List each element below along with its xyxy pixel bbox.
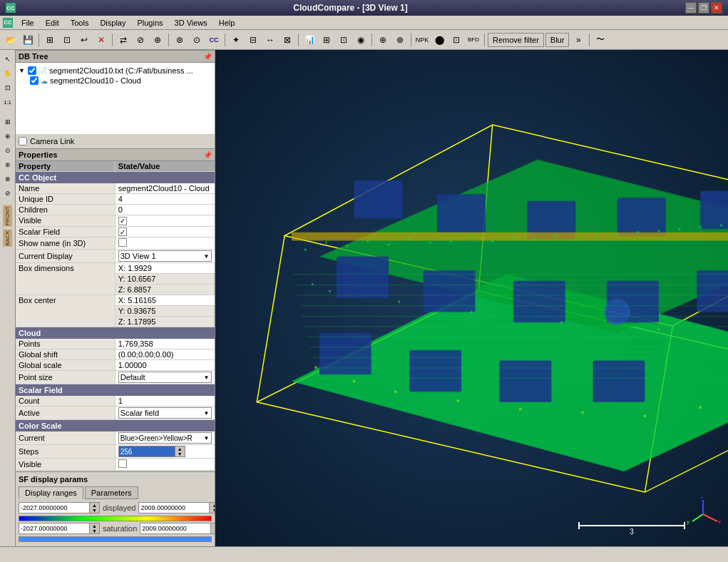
sf-tab-display-ranges[interactable]: Display ranges xyxy=(19,486,83,499)
minimize-button[interactable]: ─ xyxy=(685,2,697,14)
menu-file[interactable]: File xyxy=(16,17,40,29)
tb-btn-22[interactable]: ⊗ xyxy=(392,32,408,48)
point-size-dropdown[interactable]: Default ▼ xyxy=(118,372,212,383)
menu-3dviews[interactable]: 3D Views xyxy=(169,17,213,29)
scalar-field-checkbox[interactable] xyxy=(118,228,127,236)
db-tree-content[interactable]: ▼ 📄 segment2Cloud10.txt (C:/Fati/busines… xyxy=(16,63,215,134)
chevron-down-icon: ▼ xyxy=(204,253,210,260)
left-btn-8[interactable]: ⊗ xyxy=(1,173,14,185)
tb-save-btn[interactable]: 💾 xyxy=(20,32,36,48)
tb-btn-delete[interactable]: ✕ xyxy=(93,32,109,48)
menu-plugins[interactable]: Plugins xyxy=(131,17,168,29)
color-scale-dropdown[interactable]: Blue>Green>Yellow>R ▼ xyxy=(118,432,212,444)
sf-min1-up[interactable]: ▲ xyxy=(90,503,99,508)
prop-global-scale: Global scale 1.00000 xyxy=(16,360,215,371)
tb-btn-7[interactable]: ⇄ xyxy=(116,32,131,48)
parent-checkbox[interactable] xyxy=(28,66,36,75)
sf-max1-down[interactable]: ▼ xyxy=(210,508,215,513)
steps-spinbox[interactable]: ▲ ▼ xyxy=(118,446,212,457)
tb-btn-8[interactable]: ⊘ xyxy=(133,32,148,48)
tb-btn-9[interactable]: ⊕ xyxy=(150,32,165,48)
tb-btn-10[interactable]: ⊛ xyxy=(172,32,188,48)
tb-open-btn[interactable]: 📂 xyxy=(3,32,19,48)
camera-link-checkbox[interactable] xyxy=(19,137,27,145)
left-btn-3[interactable]: ⊡ xyxy=(1,81,14,94)
left-btn-9[interactable]: ⊘ xyxy=(1,187,14,200)
left-btn-4[interactable]: ⊞ xyxy=(1,116,14,128)
sf-max2-input[interactable] xyxy=(140,523,211,534)
sf-min2-up[interactable]: ▲ xyxy=(90,523,99,528)
sf-min2-arrows[interactable]: ▲ ▼ xyxy=(90,523,100,534)
steps-input[interactable] xyxy=(118,446,175,457)
tb-btn-more[interactable]: » xyxy=(570,32,586,48)
left-btn-ratio[interactable]: 1:1 xyxy=(1,96,14,108)
blur-btn[interactable]: Blur xyxy=(545,33,570,47)
left-btn-2[interactable]: ✋ xyxy=(1,67,14,80)
current-display-dropdown[interactable]: 3D View 1 ▼ xyxy=(118,250,212,262)
tb-btn-5[interactable]: ↩ xyxy=(76,32,92,48)
sf-max2-arrows[interactable]: ▲ ▼ xyxy=(211,523,215,534)
sf-max2-down[interactable]: ▼ xyxy=(211,528,215,533)
tb-btn-15[interactable]: ↔ xyxy=(262,32,278,48)
left-btn-1[interactable]: ↖ xyxy=(1,53,14,66)
tb-btn-21[interactable]: ⊕ xyxy=(375,32,391,48)
tree-child-item[interactable]: ☁ segment2Cloud10 - Cloud xyxy=(30,76,212,86)
tb-btn-13[interactable]: ✦ xyxy=(228,32,244,48)
tb-btn-17[interactable]: 📊 xyxy=(302,32,317,48)
tb-btn-18[interactable]: ⊞ xyxy=(319,32,334,48)
cs-visible-checkbox[interactable] xyxy=(118,459,127,468)
child-checkbox[interactable] xyxy=(30,76,39,85)
3d-viewport[interactable]: 3 x y z xyxy=(215,50,728,546)
sf-max1-input[interactable] xyxy=(138,502,210,514)
sf-min1-arrows[interactable]: ▲ ▼ xyxy=(90,502,100,514)
sf-max2-up[interactable]: ▲ xyxy=(211,523,215,528)
sf-active-dropdown[interactable]: Scalar field ▼ xyxy=(118,407,212,419)
tb-btn-25[interactable]: ⊡ xyxy=(448,32,464,48)
sf-min2-input[interactable] xyxy=(19,523,90,534)
menu-tools[interactable]: Tools xyxy=(65,17,95,29)
properties-content[interactable]: Property State/Value CC Object Name segm… xyxy=(16,161,215,471)
steps-arrows[interactable]: ▲ ▼ xyxy=(175,446,185,457)
tb-btn-19[interactable]: ⊡ xyxy=(336,32,352,48)
steps-up[interactable]: ▲ xyxy=(175,446,185,451)
tb-btn-3[interactable]: ⊞ xyxy=(42,32,58,48)
sf-tab-parameters[interactable]: Parameters xyxy=(85,486,138,499)
sf-min1-down[interactable]: ▼ xyxy=(90,508,99,513)
menu-edit[interactable]: Edit xyxy=(40,17,65,29)
left-btn-6[interactable]: ⊙ xyxy=(1,144,14,157)
expand-icon[interactable]: ▼ xyxy=(19,67,26,74)
sf-min2-down[interactable]: ▼ xyxy=(90,528,99,533)
sf-max1-up[interactable]: ▲ xyxy=(210,503,215,508)
left-btn-5[interactable]: ⊕ xyxy=(1,130,14,143)
left-btn-7[interactable]: ⊛ xyxy=(1,158,14,171)
child-label[interactable]: segment2Cloud10 - Cloud xyxy=(50,76,141,85)
properties-pin[interactable]: 📌 xyxy=(203,151,212,159)
menu-help[interactable]: Help xyxy=(213,17,241,29)
tb-btn-16[interactable]: ⊠ xyxy=(280,32,295,48)
tb-btn-14[interactable]: ⊟ xyxy=(245,32,261,48)
tb-btn-end[interactable]: 〜 xyxy=(593,32,608,48)
sf-max2-spinbox[interactable]: ▲ ▼ xyxy=(140,523,215,534)
tb-cc-btn[interactable]: CC xyxy=(206,32,222,48)
menu-display[interactable]: Display xyxy=(94,17,131,29)
tb-btn-11[interactable]: ⊙ xyxy=(189,32,205,48)
tb-btn-23[interactable]: NPK xyxy=(414,32,430,48)
show-name-checkbox[interactable] xyxy=(118,238,127,247)
tree-parent-item[interactable]: ▼ 📄 segment2Cloud10.txt (C:/Fati/busines… xyxy=(19,66,212,76)
db-tree-pin[interactable]: 📌 xyxy=(203,53,212,61)
tb-btn-4[interactable]: ⊡ xyxy=(59,32,75,48)
sf-max1-arrows[interactable]: ▲ ▼ xyxy=(210,502,215,514)
tb-btn-24[interactable]: ⬤ xyxy=(431,32,447,48)
tb-btn-bfd[interactable]: BFD xyxy=(466,32,481,48)
sf-min1-spinbox[interactable]: ▲ ▼ xyxy=(19,502,100,514)
restore-button[interactable]: ❐ xyxy=(698,2,709,14)
close-button[interactable]: ✕ xyxy=(711,2,722,14)
steps-down[interactable]: ▼ xyxy=(175,451,185,456)
sf-min1-input[interactable] xyxy=(19,502,90,514)
tb-btn-20[interactable]: ◉ xyxy=(353,32,369,48)
visible-checkbox[interactable] xyxy=(118,217,127,225)
remove-filter-btn[interactable]: Remove filter xyxy=(488,33,544,47)
sf-min2-spinbox[interactable]: ▲ ▼ xyxy=(19,523,100,534)
sf-max1-spinbox[interactable]: ▲ ▼ xyxy=(138,502,215,514)
parent-label[interactable]: segment2Cloud10.txt (C:/Fati/business ..… xyxy=(49,66,193,75)
